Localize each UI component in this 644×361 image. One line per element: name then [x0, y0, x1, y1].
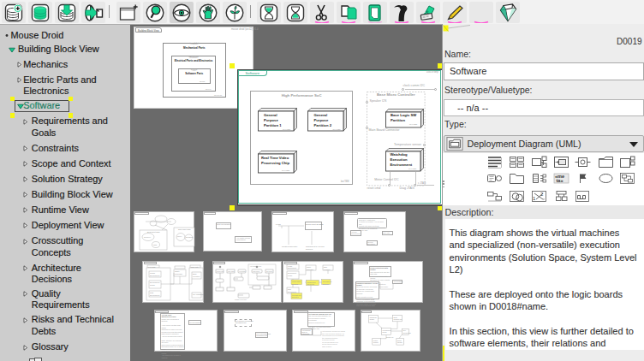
svg-text:supplies: supplies: [306, 248, 313, 250]
svg-text:s w Parts: s w Parts: [148, 265, 155, 267]
svg-text:Guard: Guard: [150, 283, 155, 285]
svg-text:Environment: Environment: [288, 267, 297, 269]
svg-text:executive: executive: [324, 268, 331, 269]
svg-text:plan move: plan move: [253, 269, 259, 271]
svg-text:Grade: Grade: [369, 318, 374, 320]
svg-text:Processor: Processor: [307, 268, 313, 269]
svg-text:proc data: proc data: [228, 269, 235, 271]
svg-text:eval state: eval state: [239, 269, 246, 271]
svg-text:Environment: Environment: [150, 274, 160, 275]
svg-text:Best Supt Task: Best Supt Task: [147, 231, 160, 233]
svg-text:Environment: Environment: [150, 293, 160, 295]
svg-text:act move: act move: [266, 269, 272, 271]
svg-text:virt machine seq: virt machine seq: [250, 265, 261, 267]
svg-text:Services: Services: [292, 282, 298, 284]
svg-text:Executive: Executive: [292, 296, 299, 298]
svg-text:Impatient Operator: Impatient Operator: [282, 246, 298, 247]
svg-text:executive: executive: [193, 275, 200, 276]
svg-text:Services 2: Services 2: [307, 283, 314, 285]
svg-text:sens read: sens read: [217, 269, 224, 271]
svg-text:quality cn: quality cn: [386, 336, 393, 338]
svg-text:Processor: Processor: [175, 272, 182, 274]
svg-text:Services: Services: [323, 282, 329, 284]
svg-text:Remove: Remove: [144, 236, 152, 238]
svg-text:base cntrl: base cntrl: [191, 265, 199, 267]
svg-text:Move: Move: [177, 235, 182, 237]
svg-text:Command: Command: [402, 332, 410, 334]
svg-text:Comm: Comm: [373, 341, 378, 343]
svg-text:Comm: Comm: [397, 341, 402, 343]
svg-text:Guard: Guard: [288, 274, 292, 275]
svg-text:Droid: Droid: [382, 331, 386, 333]
svg-text:update cycle time: update cycle time: [235, 298, 247, 299]
svg-text:Sensors: Sensors: [186, 236, 194, 238]
svg-text:Robotic So: Robotic So: [393, 318, 402, 320]
svg-text:Ship Capt Task: Ship Capt Task: [178, 228, 192, 230]
svg-text:Environment: Environment: [288, 290, 297, 292]
svg-text:s msg: s msg: [276, 223, 282, 225]
svg-text:ta»: ta»: [557, 178, 564, 183]
svg-text:SW Watchdog: SW Watchdog: [193, 293, 204, 295]
